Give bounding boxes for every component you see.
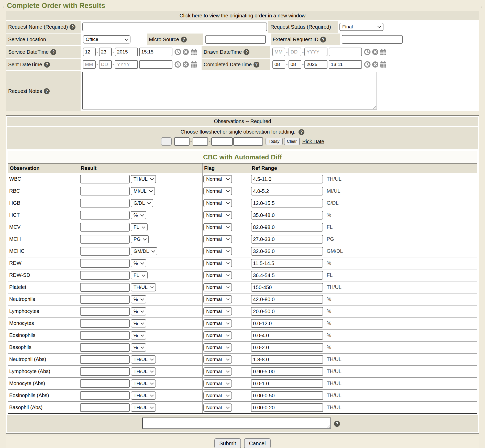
sent-time-input[interactable] (139, 60, 172, 69)
flag-select[interactable]: Normal (203, 355, 232, 364)
request-status-select[interactable]: Final (339, 23, 383, 31)
flag-select[interactable]: Normal (203, 403, 232, 412)
result-unit-select[interactable]: % (131, 295, 146, 303)
flag-select[interactable]: Normal (203, 331, 232, 340)
flowsheet-month-input[interactable] (174, 137, 190, 146)
help-icon[interactable]: ? (320, 37, 326, 42)
micro-source-input[interactable] (205, 35, 266, 44)
help-icon[interactable]: ? (70, 24, 75, 30)
pick-date-link[interactable]: Pick Date (302, 139, 324, 145)
ref-range-input[interactable]: 1.8-8.0 (251, 355, 323, 364)
result-input[interactable] (80, 283, 130, 292)
flowsheet-day-input[interactable] (193, 137, 208, 146)
calendar-icon[interactable] (190, 49, 197, 55)
ref-range-input[interactable]: 20.0-50.0 (251, 307, 323, 316)
result-unit-select[interactable]: % (131, 343, 146, 352)
submit-button[interactable]: Submit (214, 438, 241, 448)
ref-range-input[interactable]: 11.5-14.5 (251, 259, 323, 268)
clock-icon[interactable] (364, 61, 371, 68)
flag-select[interactable]: Normal (203, 211, 232, 219)
help-icon[interactable]: ? (299, 129, 304, 135)
ref-range-input[interactable]: 82.0-98.0 (251, 223, 323, 232)
result-input[interactable] (80, 307, 130, 316)
ref-range-input[interactable]: 4.0-5.2 (251, 187, 323, 195)
flag-select[interactable]: Normal (203, 187, 232, 195)
result-input[interactable] (80, 403, 130, 412)
result-input[interactable] (80, 259, 130, 268)
flag-select[interactable]: Normal (203, 223, 232, 231)
help-icon[interactable]: ? (334, 421, 340, 427)
result-input[interactable] (80, 367, 130, 376)
flowsheet-year-input[interactable] (211, 137, 233, 146)
result-input[interactable] (80, 235, 130, 244)
sent-year-input[interactable] (115, 60, 138, 69)
sent-month-input[interactable] (83, 60, 96, 69)
sent-day-input[interactable] (99, 60, 112, 69)
flag-select[interactable]: Normal (203, 175, 232, 183)
help-icon[interactable]: ? (44, 88, 50, 94)
ref-range-input[interactable]: 27.0-33.0 (251, 235, 323, 244)
flag-select[interactable]: Normal (203, 319, 232, 327)
flag-select[interactable]: Normal (203, 271, 232, 279)
flag-select[interactable]: Normal (203, 199, 232, 207)
clear-icon[interactable] (182, 49, 189, 55)
calendar-icon[interactable] (380, 61, 387, 68)
service-location-select[interactable]: Office (83, 35, 130, 43)
external-request-id-input[interactable] (342, 35, 403, 44)
result-unit-select[interactable]: TH/UL (131, 283, 156, 291)
flag-select[interactable]: Normal (203, 295, 232, 303)
calendar-icon[interactable] (190, 61, 197, 68)
ref-range-input[interactable]: 0.0-2.0 (251, 343, 323, 352)
ref-range-input[interactable]: 12.0-15.5 (251, 199, 323, 207)
ref-range-input[interactable]: 150-450 (251, 283, 323, 292)
request-name-input[interactable] (82, 23, 267, 31)
ref-range-input[interactable]: 35.0-48.0 (251, 211, 323, 220)
result-unit-select[interactable]: MI/UL (131, 187, 155, 195)
completed-year-input[interactable] (304, 60, 327, 69)
result-input[interactable] (80, 331, 130, 340)
result-unit-select[interactable]: GM/DL (131, 247, 157, 255)
ref-range-input[interactable]: 0.0-4.0 (251, 331, 323, 340)
service-year-input[interactable] (115, 48, 138, 56)
result-unit-select[interactable]: G/DL (131, 199, 153, 207)
result-input[interactable] (80, 391, 130, 400)
result-unit-select[interactable]: TH/UL (131, 391, 156, 400)
flag-select[interactable]: Normal (203, 283, 232, 291)
clear-button[interactable]: Clear (284, 138, 300, 145)
result-unit-select[interactable]: TH/UL (131, 379, 156, 388)
flowsheet-time-input[interactable] (233, 137, 263, 146)
drawn-month-input[interactable] (272, 48, 285, 56)
help-icon[interactable]: ? (50, 49, 56, 55)
flag-select[interactable]: Normal (203, 259, 232, 267)
service-time-input[interactable] (139, 48, 172, 56)
flag-select[interactable]: Normal (203, 235, 232, 243)
ref-range-input[interactable]: 0.0-12.0 (251, 319, 323, 328)
cancel-button[interactable]: Cancel (244, 438, 270, 448)
result-input[interactable] (80, 247, 130, 256)
result-input[interactable] (80, 343, 130, 352)
result-input[interactable] (80, 223, 130, 232)
result-unit-select[interactable]: % (131, 259, 146, 267)
result-input[interactable] (80, 211, 130, 220)
help-icon[interactable]: ? (253, 62, 259, 68)
flag-select[interactable]: Normal (203, 247, 232, 255)
result-unit-select[interactable]: TH/UL (131, 367, 156, 376)
completed-day-input[interactable] (289, 60, 301, 69)
result-unit-select[interactable]: PG (131, 235, 149, 243)
clear-icon[interactable] (372, 49, 379, 55)
observation-search-textarea[interactable] (142, 418, 331, 429)
ref-range-input[interactable]: 0.00-0.50 (251, 391, 323, 400)
result-input[interactable] (80, 379, 130, 388)
ref-range-input[interactable]: 0.00-0.20 (251, 403, 323, 412)
result-input[interactable] (80, 199, 130, 207)
flag-select[interactable]: Normal (203, 367, 232, 376)
originating-order-link[interactable]: Click here to view the originating order… (180, 13, 305, 18)
ref-range-input[interactable]: 4.5-11.0 (251, 175, 323, 183)
result-unit-select[interactable]: TH/UL (131, 403, 156, 412)
result-input[interactable] (80, 187, 130, 195)
clear-icon[interactable] (182, 61, 189, 68)
result-unit-select[interactable]: % (131, 319, 146, 327)
help-icon[interactable]: ? (181, 37, 187, 42)
calendar-icon[interactable] (380, 49, 387, 55)
help-icon[interactable]: ? (44, 62, 50, 68)
